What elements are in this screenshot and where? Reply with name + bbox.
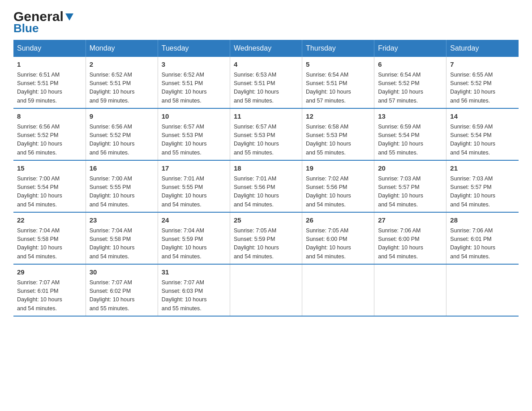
week-row-3: 15 Sunrise: 7:00 AM Sunset: 5:54 PM Dayl… — [13, 160, 519, 212]
day-number: 3 — [162, 60, 226, 70]
week-row-5: 29 Sunrise: 7:07 AM Sunset: 6:01 PM Dayl… — [13, 264, 519, 316]
day-info: Sunrise: 7:00 AM Sunset: 5:54 PM Dayligh… — [17, 175, 82, 210]
day-number: 8 — [17, 111, 82, 122]
day-number: 5 — [306, 60, 370, 70]
day-info: Sunrise: 7:03 AM Sunset: 5:57 PM Dayligh… — [378, 175, 442, 210]
day-number: 31 — [162, 267, 226, 278]
calendar-table: SundayMondayTuesdayWednesdayThursdayFrid… — [13, 40, 519, 317]
day-cell: 2 Sunrise: 6:52 AM Sunset: 5:51 PM Dayli… — [86, 57, 158, 108]
week-row-1: 1 Sunrise: 6:51 AM Sunset: 5:51 PM Dayli… — [13, 57, 519, 108]
header-tuesday: Tuesday — [158, 40, 230, 57]
page: General Blue SundayMondayTuesdayWednesda… — [0, 0, 532, 325]
day-info: Sunrise: 6:59 AM Sunset: 5:54 PM Dayligh… — [378, 123, 442, 158]
day-number: 19 — [306, 163, 370, 174]
day-cell: 18 Sunrise: 7:01 AM Sunset: 5:56 PM Dayl… — [230, 160, 302, 212]
day-info: Sunrise: 6:59 AM Sunset: 5:54 PM Dayligh… — [450, 123, 515, 158]
day-info: Sunrise: 7:04 AM Sunset: 5:58 PM Dayligh… — [17, 227, 82, 261]
day-number: 2 — [90, 60, 154, 70]
header: General Blue — [13, 9, 519, 35]
day-cell: 12 Sunrise: 6:58 AM Sunset: 5:53 PM Dayl… — [302, 108, 374, 160]
day-info: Sunrise: 7:01 AM Sunset: 5:56 PM Dayligh… — [234, 175, 298, 210]
day-info: Sunrise: 6:52 AM Sunset: 5:51 PM Dayligh… — [90, 71, 154, 106]
day-cell: 13 Sunrise: 6:59 AM Sunset: 5:54 PM Dayl… — [374, 108, 446, 160]
day-number: 20 — [378, 163, 442, 174]
logo-triangle-icon — [64, 12, 74, 21]
header-sunday: Sunday — [13, 40, 86, 57]
day-number: 28 — [450, 215, 515, 226]
svg-marker-0 — [65, 13, 73, 21]
day-cell — [302, 264, 374, 316]
header-row: SundayMondayTuesdayWednesdayThursdayFrid… — [13, 40, 519, 57]
day-cell: 27 Sunrise: 7:06 AM Sunset: 6:00 PM Dayl… — [374, 212, 446, 264]
day-info: Sunrise: 7:06 AM Sunset: 6:01 PM Dayligh… — [450, 227, 515, 261]
day-info: Sunrise: 7:04 AM Sunset: 5:59 PM Dayligh… — [162, 227, 226, 261]
day-cell: 3 Sunrise: 6:52 AM Sunset: 5:51 PM Dayli… — [158, 57, 230, 108]
day-cell: 28 Sunrise: 7:06 AM Sunset: 6:01 PM Dayl… — [446, 212, 519, 264]
day-number: 18 — [234, 163, 298, 174]
day-cell: 11 Sunrise: 6:57 AM Sunset: 5:53 PM Dayl… — [230, 108, 302, 160]
week-row-4: 22 Sunrise: 7:04 AM Sunset: 5:58 PM Dayl… — [13, 212, 519, 264]
day-number: 14 — [450, 111, 515, 122]
logo-blue: Blue — [13, 21, 39, 35]
day-info: Sunrise: 7:03 AM Sunset: 5:57 PM Dayligh… — [450, 175, 515, 210]
day-info: Sunrise: 6:55 AM Sunset: 5:52 PM Dayligh… — [450, 71, 515, 106]
day-number: 27 — [378, 215, 442, 226]
day-info: Sunrise: 6:57 AM Sunset: 5:53 PM Dayligh… — [162, 123, 226, 158]
day-cell: 21 Sunrise: 7:03 AM Sunset: 5:57 PM Dayl… — [446, 160, 519, 212]
day-number: 26 — [306, 215, 370, 226]
day-number: 12 — [306, 111, 370, 122]
day-info: Sunrise: 6:54 AM Sunset: 5:51 PM Dayligh… — [306, 71, 370, 106]
day-info: Sunrise: 7:01 AM Sunset: 5:55 PM Dayligh… — [162, 175, 226, 210]
day-cell: 10 Sunrise: 6:57 AM Sunset: 5:53 PM Dayl… — [158, 108, 230, 160]
day-cell: 6 Sunrise: 6:54 AM Sunset: 5:52 PM Dayli… — [374, 57, 446, 108]
day-info: Sunrise: 6:57 AM Sunset: 5:53 PM Dayligh… — [234, 123, 298, 158]
header-saturday: Saturday — [446, 40, 519, 57]
day-number: 4 — [234, 60, 298, 70]
day-cell: 16 Sunrise: 7:00 AM Sunset: 5:55 PM Dayl… — [86, 160, 158, 212]
day-cell: 19 Sunrise: 7:02 AM Sunset: 5:56 PM Dayl… — [302, 160, 374, 212]
day-number: 30 — [90, 267, 154, 278]
day-cell: 24 Sunrise: 7:04 AM Sunset: 5:59 PM Dayl… — [158, 212, 230, 264]
day-cell: 7 Sunrise: 6:55 AM Sunset: 5:52 PM Dayli… — [446, 57, 519, 108]
day-cell — [374, 264, 446, 316]
day-info: Sunrise: 6:52 AM Sunset: 5:51 PM Dayligh… — [162, 71, 226, 106]
day-info: Sunrise: 7:00 AM Sunset: 5:55 PM Dayligh… — [90, 175, 154, 210]
day-info: Sunrise: 7:06 AM Sunset: 6:00 PM Dayligh… — [378, 227, 442, 261]
day-number: 22 — [17, 215, 82, 226]
day-info: Sunrise: 6:51 AM Sunset: 5:51 PM Dayligh… — [17, 71, 82, 106]
day-info: Sunrise: 7:07 AM Sunset: 6:01 PM Dayligh… — [17, 278, 82, 313]
day-number: 7 — [450, 60, 515, 70]
day-info: Sunrise: 6:54 AM Sunset: 5:52 PM Dayligh… — [378, 71, 442, 106]
day-number: 11 — [234, 111, 298, 122]
day-cell — [230, 264, 302, 316]
day-info: Sunrise: 6:56 AM Sunset: 5:52 PM Dayligh… — [90, 123, 154, 158]
day-cell: 25 Sunrise: 7:05 AM Sunset: 5:59 PM Dayl… — [230, 212, 302, 264]
day-cell: 4 Sunrise: 6:53 AM Sunset: 5:51 PM Dayli… — [230, 57, 302, 108]
day-cell: 17 Sunrise: 7:01 AM Sunset: 5:55 PM Dayl… — [158, 160, 230, 212]
header-thursday: Thursday — [302, 40, 374, 57]
header-friday: Friday — [374, 40, 446, 57]
day-info: Sunrise: 6:56 AM Sunset: 5:52 PM Dayligh… — [17, 123, 82, 158]
week-row-2: 8 Sunrise: 6:56 AM Sunset: 5:52 PM Dayli… — [13, 108, 519, 160]
day-info: Sunrise: 7:07 AM Sunset: 6:03 PM Dayligh… — [162, 278, 226, 313]
day-number: 13 — [378, 111, 442, 122]
day-number: 9 — [90, 111, 154, 122]
day-info: Sunrise: 7:05 AM Sunset: 6:00 PM Dayligh… — [306, 227, 370, 261]
day-cell: 9 Sunrise: 6:56 AM Sunset: 5:52 PM Dayli… — [86, 108, 158, 160]
day-cell: 14 Sunrise: 6:59 AM Sunset: 5:54 PM Dayl… — [446, 108, 519, 160]
day-number: 25 — [234, 215, 298, 226]
day-info: Sunrise: 7:05 AM Sunset: 5:59 PM Dayligh… — [234, 227, 298, 261]
header-monday: Monday — [86, 40, 158, 57]
day-info: Sunrise: 7:02 AM Sunset: 5:56 PM Dayligh… — [306, 175, 370, 210]
day-info: Sunrise: 7:07 AM Sunset: 6:02 PM Dayligh… — [90, 278, 154, 313]
day-cell: 15 Sunrise: 7:00 AM Sunset: 5:54 PM Dayl… — [13, 160, 86, 212]
day-cell — [446, 264, 519, 316]
day-number: 10 — [162, 111, 226, 122]
day-number: 21 — [450, 163, 515, 174]
day-number: 6 — [378, 60, 442, 70]
day-number: 24 — [162, 215, 226, 226]
day-number: 16 — [90, 163, 154, 174]
day-info: Sunrise: 6:53 AM Sunset: 5:51 PM Dayligh… — [234, 71, 298, 106]
day-cell: 29 Sunrise: 7:07 AM Sunset: 6:01 PM Dayl… — [13, 264, 86, 316]
day-number: 29 — [17, 267, 82, 278]
